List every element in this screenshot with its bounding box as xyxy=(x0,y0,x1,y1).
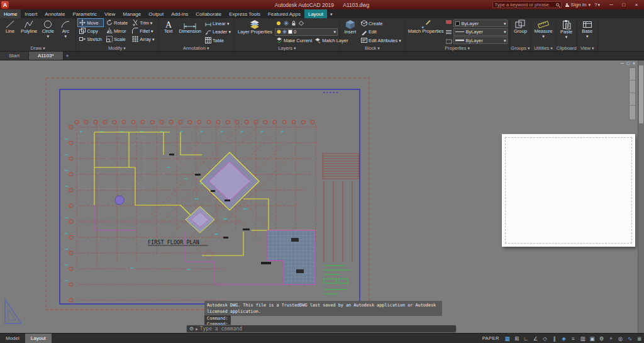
layer-freeze-icon[interactable] xyxy=(284,21,289,26)
paste-button[interactable]: Paste xyxy=(558,19,575,45)
text-button[interactable]: A Text xyxy=(160,19,177,45)
block-panel-label[interactable]: Block xyxy=(340,45,404,51)
array-button[interactable]: Array xyxy=(131,35,155,43)
line-button[interactable]: Line xyxy=(2,19,18,45)
scale-button[interactable]: Scale xyxy=(105,35,129,43)
snap-mode-icon[interactable]: ⊞ xyxy=(512,334,521,343)
object-snap-tracking-icon[interactable]: ∥ xyxy=(550,334,559,343)
draw-panel-label[interactable]: Draw xyxy=(0,45,75,51)
model-tab[interactable]: Model xyxy=(0,334,25,343)
lineweight-icon[interactable]: ≡ xyxy=(569,334,578,343)
mirror-button[interactable]: Mirror xyxy=(105,27,129,35)
doc-restore-icon[interactable]: □ xyxy=(627,61,630,65)
command-input[interactable] xyxy=(200,326,453,332)
edit-block-button[interactable]: Edit xyxy=(360,28,402,36)
drawing-canvas[interactable]: FIRST FLOOR PLAN ─ □ × Autodesk DWG. Thi… xyxy=(0,60,644,333)
maximize-button[interactable]: □ xyxy=(618,1,630,9)
properties-panel-label[interactable]: Properties xyxy=(405,45,510,51)
modify-panel-label[interactable]: Modify xyxy=(76,45,157,51)
ribbon-tab-parametric[interactable]: Parametric xyxy=(69,9,101,18)
trim-button[interactable]: Trim xyxy=(131,19,155,26)
ribbon-tab-annotate[interactable]: Annotate xyxy=(41,9,69,18)
color-dropdown[interactable]: ByLayer xyxy=(453,20,508,27)
vertical-scrollbar[interactable] xyxy=(638,60,644,333)
layer-dropdown[interactable]: 0 xyxy=(275,28,338,36)
circle-button[interactable]: Circle xyxy=(40,19,56,45)
object-color-icon[interactable] xyxy=(446,20,452,25)
customization-icon[interactable]: ≣ xyxy=(635,334,644,343)
scrollbar-thumb[interactable] xyxy=(639,65,643,123)
ortho-icon[interactable]: ∟ xyxy=(521,334,531,343)
isolate-objects-icon[interactable]: ◎ xyxy=(616,334,625,343)
clipboard-panel-label[interactable]: Clipboard xyxy=(557,45,577,51)
ribbon-tab-insert[interactable]: Insert xyxy=(21,9,41,18)
stretch-button[interactable]: Stretch xyxy=(78,35,103,43)
leader-button[interactable]: Leader xyxy=(204,28,232,36)
layer-off-icon[interactable] xyxy=(276,21,281,26)
polyline-button[interactable]: Polyline xyxy=(19,19,38,45)
annotation-monitor-icon[interactable]: + xyxy=(606,334,616,343)
ribbon-tab-manage[interactable]: Manage xyxy=(119,9,145,18)
copy-button[interactable]: Copy xyxy=(78,27,103,35)
search-input[interactable] xyxy=(495,2,556,8)
group-button[interactable]: Group xyxy=(512,19,528,45)
transparency-tool-icon[interactable] xyxy=(446,39,452,44)
file-tab-document[interactable]: A1103* xyxy=(29,52,64,60)
table-button[interactable]: Table xyxy=(204,37,232,44)
search-box[interactable] xyxy=(492,1,562,8)
fillet-button[interactable]: Fillet xyxy=(131,27,155,35)
layers-panel-label[interactable]: Layers xyxy=(235,45,340,51)
navigation-bar[interactable] xyxy=(629,67,636,120)
ribbon-tab-featured-apps[interactable]: Featured Apps xyxy=(264,9,304,18)
linetype-dropdown[interactable]: ByLayer xyxy=(453,28,508,36)
sign-in-button[interactable]: Sign In xyxy=(565,2,591,8)
customize-icon[interactable]: ⚙ xyxy=(189,327,194,332)
ribbon-tab-layout[interactable]: Layout xyxy=(304,9,327,18)
ribbon-tab-home[interactable]: Home xyxy=(0,9,21,18)
ribbon-tab-output[interactable]: Output xyxy=(145,9,167,18)
new-drawing-tab-button[interactable] xyxy=(64,52,72,60)
workspace-switching-icon[interactable]: ⚙ xyxy=(597,334,606,343)
application-menu-button[interactable]: A xyxy=(1,1,9,9)
object-snap-icon[interactable]: ◈ xyxy=(559,334,569,343)
match-properties-button[interactable]: Match Properties xyxy=(407,19,445,45)
layer-properties-button[interactable]: Layer Properties xyxy=(236,19,274,45)
lineweight-dropdown[interactable]: ByLayer xyxy=(453,37,508,44)
help-button[interactable]: ? xyxy=(594,2,600,8)
ribbon-tab-add-ins[interactable]: Add-ins xyxy=(167,9,192,18)
close-button[interactable]: × xyxy=(630,1,643,9)
insert-button[interactable]: Insert xyxy=(342,19,358,45)
rotate-button[interactable]: Rotate xyxy=(105,19,129,26)
groups-panel-label[interactable]: Groups xyxy=(510,45,530,51)
edit-attributes-button[interactable]: Edit Attributes xyxy=(360,37,402,44)
arc-button[interactable]: Arc xyxy=(57,19,74,45)
linear-button[interactable]: Linear xyxy=(204,20,232,27)
search-icon[interactable] xyxy=(556,3,559,6)
isodraft-icon[interactable]: ◇ xyxy=(540,334,550,343)
recent-commands-icon[interactable] xyxy=(196,327,198,332)
file-tab-start[interactable]: Start xyxy=(0,52,29,60)
space-indicator[interactable]: PAPER xyxy=(479,335,502,341)
list-icon[interactable] xyxy=(446,30,452,35)
create-block-button[interactable]: Create xyxy=(360,20,402,27)
minimize-button[interactable]: ─ xyxy=(605,1,618,9)
ribbon-tab-view[interactable]: View xyxy=(101,9,119,18)
view-panel-label[interactable]: View xyxy=(577,45,597,51)
selection-cycling-icon[interactable]: ▣ xyxy=(587,334,597,343)
command-line[interactable]: ⚙ xyxy=(186,325,457,333)
annotation-panel-label[interactable]: Annotation xyxy=(158,45,234,51)
ribbon-display-toggle[interactable] xyxy=(327,9,336,18)
layer-lock-icon[interactable] xyxy=(291,21,296,26)
layer-isolate-icon[interactable] xyxy=(299,21,304,26)
transparency-icon[interactable]: ▥ xyxy=(578,334,587,343)
graphics-performance-icon[interactable]: ∿ xyxy=(625,334,635,343)
ribbon-tab-express-tools[interactable]: Express Tools xyxy=(225,9,264,18)
dimension-button[interactable]: Dimension xyxy=(178,19,203,45)
doc-minimize-icon[interactable]: ─ xyxy=(621,61,624,65)
utilities-panel-label[interactable]: Utilities xyxy=(531,45,555,51)
layout-tab[interactable]: Layout xyxy=(25,334,52,343)
ribbon-tab-collaborate[interactable]: Collaborate xyxy=(192,9,225,18)
doc-close-icon[interactable]: × xyxy=(633,61,635,65)
make-current-button[interactable]: Make Current xyxy=(275,37,313,44)
grid-icon[interactable]: ▦ xyxy=(502,334,512,343)
